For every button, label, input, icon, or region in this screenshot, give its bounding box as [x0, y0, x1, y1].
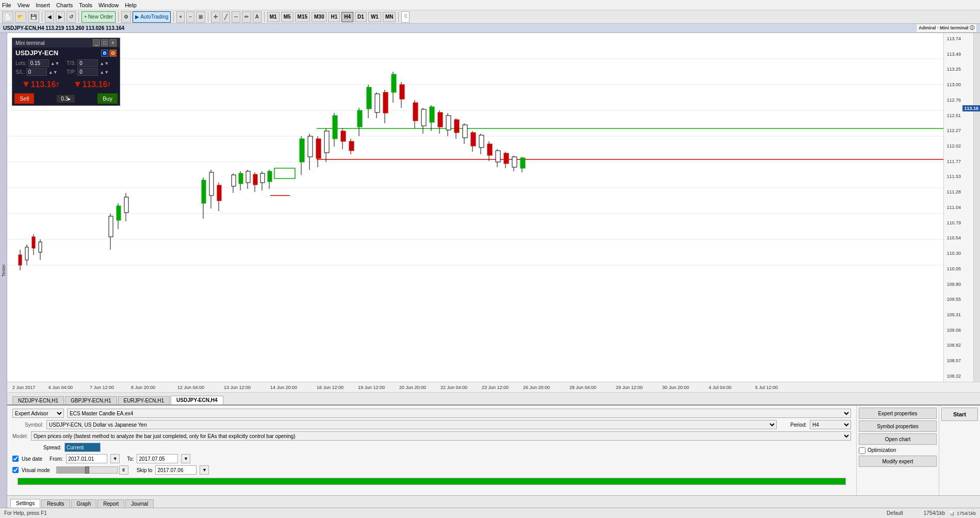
period-m30[interactable]: M30 [312, 12, 326, 22]
period-h1[interactable]: H1 [328, 12, 340, 22]
tester-tab-journal[interactable]: Journal [125, 499, 154, 508]
expert-type-select[interactable]: Expert Advisor [12, 409, 64, 418]
expert-file-select[interactable]: ECS Master Candle EA.ex4 [67, 409, 851, 418]
to-date-input[interactable] [137, 454, 178, 463]
time-scale: 2 Jun 2017 6 Jun 04:00 7 Jun 12:00 8 Jun… [7, 382, 980, 392]
status-coords: 1754/1kb [924, 510, 945, 516]
tester-side-label[interactable]: Tester [1, 264, 6, 277]
optimization-label: Optimization [868, 447, 896, 454]
menu-window[interactable]: Window [99, 2, 119, 8]
period-h4[interactable]: H4 [341, 12, 353, 22]
mini-terminal-restore[interactable]: □ [101, 39, 108, 46]
toolbar-save-btn[interactable]: 💾 [28, 11, 39, 23]
visual-slider-track[interactable] [56, 466, 118, 474]
visual-pause-btn[interactable]: ⏸ [119, 465, 128, 475]
visual-mode-checkbox[interactable] [12, 467, 19, 473]
toolbar-sep7 [398, 12, 399, 22]
symbol-select[interactable]: USDJPY-ECN, US Dollar vs Japanese Yen [46, 420, 777, 429]
lots-input[interactable] [28, 59, 49, 67]
tester-tab-report[interactable]: Report [97, 499, 124, 508]
toolbar-pen[interactable]: ✏ [242, 11, 251, 23]
mini-terminal-close[interactable]: × [109, 39, 117, 46]
menu-insert[interactable]: Insert [36, 2, 50, 8]
tester-tab-results[interactable]: Results [41, 499, 70, 508]
toolbar-experts-btn[interactable]: ⚙ [121, 11, 131, 23]
ts-input[interactable] [77, 59, 98, 67]
period-select[interactable]: H4 [810, 420, 851, 429]
admiral-label[interactable]: Admiral · Mini terminal ⓘ [916, 24, 977, 33]
lots-spinner[interactable]: ▲▼ [51, 61, 60, 66]
time-11: 23 Jun 12:00 [482, 385, 509, 390]
sl-spinner[interactable]: ▲▼ [48, 70, 58, 75]
tab-gbpjpy[interactable]: GBPJPY-ECN,H1 [65, 396, 117, 404]
optimization-checkbox[interactable] [859, 447, 865, 454]
open-chart-btn[interactable]: Open chart [859, 433, 937, 445]
ts-spinner[interactable]: ▲▼ [100, 61, 109, 66]
mini-terminal-orange-btn[interactable]: O [109, 50, 117, 57]
tab-eurjpy[interactable]: EURJPY-ECN,H1 [118, 396, 170, 404]
toolbar-line[interactable]: ╱ [222, 11, 230, 23]
period-m5[interactable]: M5 [281, 12, 293, 22]
time-14: 29 Jun 12:00 [616, 385, 643, 390]
period-m15[interactable]: M15 [295, 12, 310, 22]
visual-slider-thumb[interactable] [85, 466, 89, 474]
period-mn[interactable]: MN [383, 12, 396, 22]
toolbar-back-btn[interactable]: ◀ [45, 11, 54, 23]
sl-input[interactable] [26, 68, 47, 76]
toolbar-chart-fit[interactable]: ⊞ [196, 11, 205, 23]
svg-rect-18 [32, 237, 35, 248]
mini-terminal-blue-btn[interactable]: B [101, 50, 108, 57]
search-input[interactable] [401, 11, 410, 23]
chart-title-text: USDJPY-ECN,H4 113.219 113.260 113.026 11… [3, 25, 124, 31]
menu-view[interactable]: View [18, 2, 30, 8]
price-8: 112.02 [947, 143, 970, 149]
optimization-row: Optimization [859, 447, 937, 454]
mini-terminal-minimize[interactable]: _ [93, 39, 100, 46]
from-date-input[interactable] [66, 454, 107, 463]
sell-button[interactable]: Sell [14, 93, 34, 104]
start-button[interactable]: Start [941, 408, 978, 421]
period-m1[interactable]: M1 [267, 12, 280, 22]
tab-usdjpy[interactable]: USDJPY-ECN,H4 [171, 396, 223, 404]
toolbar-chart-zoom-out[interactable]: − [186, 11, 194, 23]
candlestick-chart[interactable] [7, 33, 943, 382]
toolbar-hline[interactable]: ─ [232, 11, 240, 23]
new-order-button[interactable]: + New Order [81, 11, 116, 23]
menu-help[interactable]: Help [125, 2, 137, 8]
toolbar-new-btn[interactable]: 📄 [2, 11, 13, 23]
tester-tab-settings[interactable]: Settings [10, 499, 40, 508]
period-d1[interactable]: D1 [355, 12, 367, 22]
toolbar-chart-zoom-in[interactable]: + [176, 11, 185, 23]
price-7: 112.27 [947, 128, 970, 133]
period-w1[interactable]: W1 [368, 12, 381, 22]
skip-to-picker[interactable]: ▼ [200, 465, 209, 475]
price-9: 111.77 [947, 159, 970, 164]
modify-expert-btn[interactable]: Modify expert [859, 456, 937, 467]
skip-to-input[interactable] [155, 465, 197, 475]
tp-input[interactable] [77, 68, 98, 76]
to-date-picker[interactable]: ▼ [181, 454, 190, 463]
toolbar-forward-btn[interactable]: ▶ [56, 11, 65, 23]
use-date-checkbox[interactable] [12, 456, 19, 462]
toolbar-crosshair[interactable]: ✛ [211, 11, 220, 23]
spread-input[interactable] [64, 443, 101, 452]
menu-charts[interactable]: Charts [56, 2, 73, 8]
autotrading-button[interactable]: ▶ AutoTrading [133, 11, 171, 23]
tab-nzdjpy[interactable]: NZDJPY-ECN,H1 [12, 396, 64, 404]
expert-properties-btn[interactable]: Expert properties [859, 408, 937, 419]
toolbar-open-btn[interactable]: 📂 [15, 11, 26, 23]
status-icons: 📊 1754/1kb [949, 511, 976, 516]
menu-file[interactable]: File [2, 2, 11, 8]
model-select[interactable]: Open prices only (fastest method to anal… [31, 431, 851, 441]
toolbar-refresh-btn[interactable]: ↺ [67, 11, 76, 23]
buy-button[interactable]: Buy [97, 93, 118, 104]
from-date-picker[interactable]: ▼ [110, 454, 120, 463]
v-scrollbar[interactable] [973, 33, 981, 382]
toolbar-sep3 [118, 12, 119, 22]
buy-price-fraction: 7 [107, 82, 110, 88]
toolbar-text[interactable]: A [253, 11, 262, 23]
tester-tab-graph[interactable]: Graph [71, 499, 97, 508]
menu-tools[interactable]: Tools [79, 2, 92, 8]
tp-spinner[interactable]: ▲▼ [100, 70, 109, 75]
symbol-properties-btn[interactable]: Symbol properties [859, 420, 937, 432]
